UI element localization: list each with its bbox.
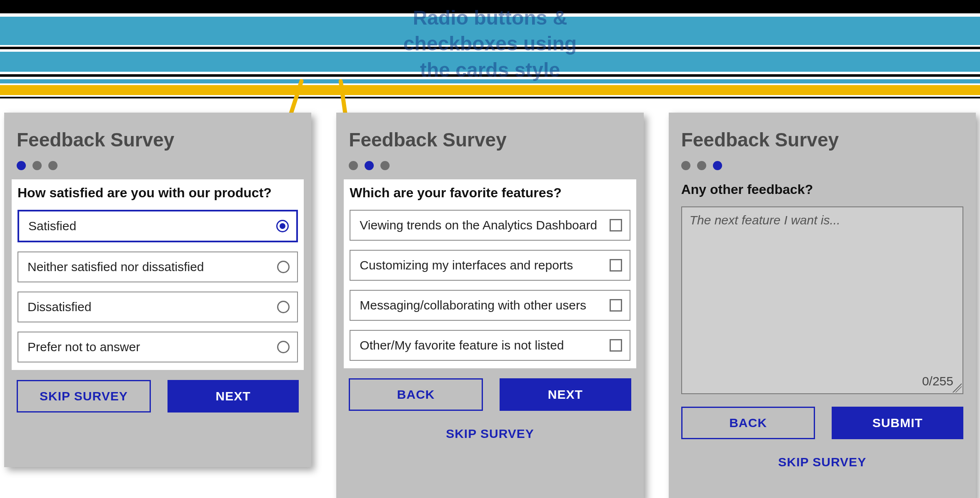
- progress-dot: [48, 161, 58, 170]
- radio-icon: [277, 341, 290, 353]
- textarea-placeholder: The next feature I want is...: [690, 213, 955, 227]
- progress-dot: [365, 161, 374, 170]
- progress-dots: [681, 161, 963, 170]
- skip-survey-link[interactable]: SKIP SURVEY: [681, 455, 963, 469]
- submit-button[interactable]: SUBMIT: [832, 407, 963, 439]
- annotation-line: the cards style: [0, 57, 980, 83]
- radio-card-neutral[interactable]: Neither satisfied nor dissatisfied: [18, 252, 298, 282]
- survey-title: Feedback Survey: [349, 128, 631, 151]
- checkbox-icon: [610, 219, 622, 231]
- question-panel: How satisfied are you with our product? …: [12, 179, 304, 370]
- progress-dot: [32, 161, 42, 170]
- skip-survey-link[interactable]: SKIP SURVEY: [349, 427, 631, 441]
- progress-dot: [349, 161, 358, 170]
- feedback-textarea[interactable]: The next feature I want is... 0/255: [681, 206, 963, 394]
- progress-dot: [681, 161, 690, 170]
- radio-card-dissatisfied[interactable]: Dissatisfied: [18, 292, 298, 322]
- checkbox-card-other[interactable]: Other/My favorite feature is not listed: [350, 330, 630, 361]
- radio-card-satisfied[interactable]: Satisfied: [18, 210, 298, 242]
- progress-dots: [349, 161, 631, 170]
- checkbox-card-customizing[interactable]: Customizing my interfaces and reports: [350, 250, 630, 281]
- checkbox-icon: [610, 259, 622, 272]
- survey-card-step2: Feedback Survey Which are your favorite …: [336, 113, 643, 498]
- back-button[interactable]: BACK: [681, 407, 815, 439]
- survey-card-step1: Feedback Survey How satisfied are you wi…: [4, 113, 311, 467]
- next-button[interactable]: NEXT: [500, 378, 631, 411]
- skip-survey-button[interactable]: SKIP SURVEY: [17, 380, 151, 412]
- question-text: Which are your favorite features?: [350, 185, 630, 201]
- checkbox-icon: [610, 339, 622, 352]
- option-label: Customizing my interfaces and reports: [360, 258, 573, 272]
- option-label: Satisfied: [28, 219, 76, 233]
- option-label: Prefer not to answer: [28, 340, 140, 354]
- checkbox-card-messaging[interactable]: Messaging/collaborating with other users: [350, 290, 630, 321]
- radio-icon: [277, 301, 290, 313]
- next-button[interactable]: NEXT: [168, 380, 299, 412]
- question-text: How satisfied are you with our product?: [18, 185, 298, 201]
- question-panel: Which are your favorite features? Viewin…: [344, 179, 636, 368]
- radio-icon: [277, 261, 290, 273]
- option-label: Viewing trends on the Analytics Dashboar…: [360, 218, 597, 232]
- char-count: 0/255: [922, 374, 953, 388]
- progress-dot: [713, 161, 722, 170]
- annotation-caption: Radio buttons & checkboxes using the car…: [0, 5, 980, 83]
- checkbox-card-analytics[interactable]: Viewing trends on the Analytics Dashboar…: [350, 210, 630, 241]
- option-label: Dissatisfied: [28, 300, 91, 314]
- progress-dot: [697, 161, 706, 170]
- resize-handle-icon[interactable]: [952, 383, 962, 392]
- stripe: [0, 97, 980, 98]
- stripe: [0, 85, 980, 95]
- option-label: Messaging/collaborating with other users: [360, 298, 586, 312]
- radio-icon: [276, 220, 289, 232]
- option-label: Other/My favorite feature is not listed: [360, 338, 564, 352]
- annotation-line: checkboxes using: [0, 31, 980, 57]
- checkbox-icon: [610, 299, 622, 312]
- progress-dot: [17, 161, 26, 170]
- annotation-line: Radio buttons &: [0, 5, 980, 31]
- survey-card-step3: Feedback Survey Any other feedback? The …: [669, 113, 976, 498]
- annotation-banner: Radio buttons & checkboxes using the car…: [0, 0, 980, 108]
- survey-title: Feedback Survey: [17, 128, 299, 151]
- radio-card-prefer-not[interactable]: Prefer not to answer: [18, 332, 298, 362]
- progress-dots: [17, 161, 299, 170]
- progress-dot: [380, 161, 390, 170]
- survey-title: Feedback Survey: [681, 128, 963, 151]
- back-button[interactable]: BACK: [349, 378, 483, 411]
- option-label: Neither satisfied nor dissatisfied: [28, 260, 204, 274]
- question-text: Any other feedback?: [681, 182, 963, 197]
